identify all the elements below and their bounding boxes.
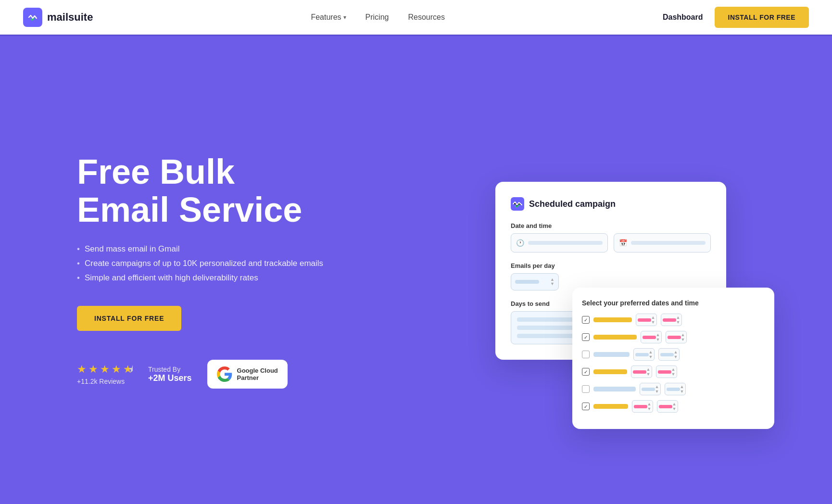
checkbox-2[interactable] (582, 333, 590, 341)
mini-bar-pink-6 (658, 370, 671, 374)
mini-bar-pink-3 (643, 336, 656, 339)
mini-bar-blue-2 (660, 353, 674, 356)
date-picker-card: Select your preferred dates and time ▲▼ … (572, 288, 774, 429)
date-row-2: ▲▼ ▲▼ (582, 331, 765, 343)
mini-arrows-6a: ▲▼ (647, 402, 652, 411)
mini-stepper-1b[interactable]: ▲▼ (661, 314, 682, 326)
logo[interactable]: mailsuite (23, 8, 93, 27)
mini-stepper-2b[interactable]: ▲▼ (666, 331, 687, 343)
star-rating: ★ ★ ★ ★ ★ ★ (77, 363, 133, 376)
emails-per-day-label: Emails per day (511, 262, 711, 269)
hero-title: Free Bulk Email Service (77, 153, 323, 229)
nav-resources[interactable]: Resources (408, 13, 444, 22)
star-half: ★ ★ (123, 363, 133, 376)
bar-yellow-3 (593, 369, 627, 374)
mini-bar-blue-5 (642, 388, 655, 391)
reviews-count: +11.2k Reviews (77, 378, 133, 385)
mini-bar-pink (638, 318, 651, 322)
mini-bar-pink-8 (659, 405, 672, 408)
date-row-3: ▲▼ ▲▼ (582, 348, 765, 361)
star-4: ★ (112, 363, 121, 376)
checkbox-3[interactable] (582, 351, 590, 358)
star-2: ★ (88, 363, 98, 376)
date-time-inputs: 🕐 📅 (511, 233, 711, 252)
hero-section: Free Bulk Email Service Send mass email … (0, 36, 832, 504)
date-time-label: Date and time (511, 222, 711, 229)
date-row-1: ▲▼ ▲▼ (582, 314, 765, 326)
star-1: ★ (77, 363, 87, 376)
date-input[interactable]: 📅 (614, 233, 711, 252)
mini-bar-pink-5 (633, 370, 646, 374)
hero-left: Free Bulk Email Service Send mass email … (77, 153, 323, 389)
mini-arrows-3b: ▲▼ (674, 350, 678, 359)
mini-stepper-4a[interactable]: ▲▼ (631, 365, 652, 378)
mini-stepper-4b[interactable]: ▲▼ (656, 365, 677, 378)
trusted-by: Trusted By +2M Users (148, 365, 192, 383)
mini-arrows-2b: ▲▼ (681, 332, 685, 342)
hero-bullet-2: Create campaigns of up to 10K personaliz… (77, 259, 323, 268)
mini-arrows-3a: ▲▼ (649, 350, 653, 359)
checkbox-6[interactable] (582, 403, 590, 410)
star-3: ★ (100, 363, 110, 376)
mini-stepper-6b[interactable]: ▲▼ (657, 400, 678, 413)
checkbox-1[interactable] (582, 316, 590, 324)
stepper-arrows: ▲ ▼ (550, 277, 555, 286)
nav-right: Dashboard INSTALL FOR FREE (663, 7, 809, 28)
checkbox-4[interactable] (582, 368, 590, 376)
mini-bar-blue-1 (635, 353, 649, 356)
date-row-5: ▲▼ ▲▼ (582, 383, 765, 395)
mini-arrows-4a: ▲▼ (646, 367, 651, 377)
nav-pricing[interactable]: Pricing (366, 13, 389, 22)
checkbox-5[interactable] (582, 385, 590, 393)
navbar: mailsuite Features ▾ Pricing Resources D… (0, 0, 832, 35)
time-input[interactable]: 🕐 (511, 233, 608, 252)
google-badge: Google Cloud Partner (207, 360, 288, 389)
hero-rating: ★ ★ ★ ★ ★ ★ +11.2k Reviews (77, 363, 133, 385)
hero-install-button[interactable]: INSTALL FOR FREE (77, 306, 181, 331)
mini-bar-blue-6 (667, 388, 680, 391)
calendar-icon: 📅 (619, 239, 627, 247)
mini-arrows-4b: ▲▼ (671, 367, 676, 377)
mini-arrows-2a: ▲▼ (656, 332, 660, 342)
hero-right: Scheduled campaign Date and time 🕐 📅 Ema… (495, 182, 794, 360)
campaign-card-title: Scheduled campaign (529, 199, 616, 209)
hero-bullets: Send mass email in Gmail Create campaign… (77, 244, 323, 283)
bar-yellow-4 (593, 404, 628, 409)
date-picker-title: Select your preferred dates and time (582, 299, 765, 307)
time-bar (528, 241, 603, 245)
mini-stepper-2a[interactable]: ▲▼ (641, 331, 662, 343)
mini-stepper-1a[interactable]: ▲▼ (636, 314, 657, 326)
hero-social: ★ ★ ★ ★ ★ ★ +11.2k Reviews Trusted By +2… (77, 360, 323, 389)
mini-stepper-5a[interactable]: ▲▼ (640, 383, 661, 395)
nav-install-button[interactable]: INSTALL FOR FREE (715, 7, 809, 28)
hero-bullet-3: Simple and efficient with high deliverab… (77, 273, 323, 283)
google-cloud-text: Google Cloud (237, 367, 278, 374)
logo-icon (23, 8, 42, 27)
date-row-6: ▲▼ ▲▼ (582, 400, 765, 413)
mini-stepper-3b[interactable]: ▲▼ (658, 348, 680, 361)
trusted-label: Trusted By (148, 365, 192, 373)
mini-bar-pink-4 (668, 336, 681, 339)
mini-bar-pink-7 (634, 405, 647, 408)
mini-stepper-3a[interactable]: ▲▼ (633, 348, 655, 361)
bar-yellow-2 (593, 335, 637, 340)
mini-stepper-6a[interactable]: ▲▼ (632, 400, 653, 413)
nav-features[interactable]: Features ▾ (311, 13, 346, 22)
mini-arrows-5b: ▲▼ (680, 384, 684, 394)
nav-dashboard[interactable]: Dashboard (663, 13, 703, 22)
google-partner-text: Partner (237, 374, 278, 381)
mini-arrows-5a: ▲▼ (655, 384, 659, 394)
mini-stepper-5b[interactable]: ▲▼ (665, 383, 686, 395)
mini-arrows-1a: ▲▼ (651, 315, 656, 325)
hero-bullet-1: Send mass email in Gmail (77, 244, 323, 254)
campaign-card-icon (511, 197, 524, 211)
logo-text: mailsuite (47, 11, 93, 24)
bar-blue-1 (593, 352, 630, 357)
bar-yellow-1 (593, 317, 632, 322)
stepper-bar (515, 280, 539, 284)
bar-blue-3 (593, 387, 636, 391)
google-logo-icon (217, 366, 232, 382)
emails-stepper[interactable]: ▲ ▼ (511, 273, 559, 290)
card-header: Scheduled campaign (511, 197, 711, 211)
date-row-4: ▲▼ ▲▼ (582, 365, 765, 378)
